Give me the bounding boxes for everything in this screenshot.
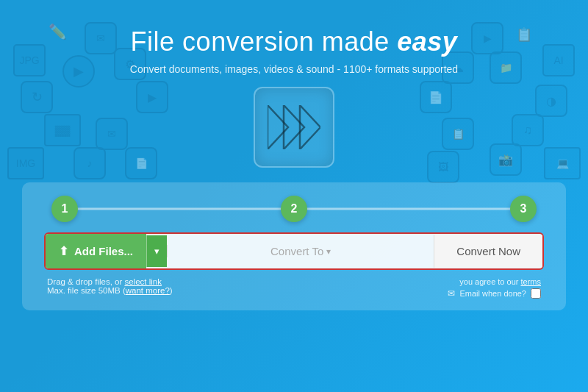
convert-to-chevron-icon: ▾ [326, 246, 331, 257]
conversion-panel: 1 2 3 ⬆ Add Files... ▾ Convert To ▾ Conv… [22, 182, 566, 310]
drag-text: Drag & drop files, or [47, 277, 124, 286]
email-checkbox-row: ✉ Email when done? [448, 288, 541, 299]
step-1-circle: 1 [51, 196, 78, 222]
add-files-label: Add Files... [74, 245, 133, 257]
convert-to-wrapper[interactable]: Convert To ▾ [167, 245, 434, 257]
email-checkbox[interactable] [531, 288, 541, 299]
footer-area: Drag & drop files, or select link Max. f… [44, 277, 544, 299]
terms-link[interactable]: terms [521, 277, 542, 286]
step-2-circle: 2 [281, 196, 307, 222]
want-more-link[interactable]: want more? [126, 286, 170, 295]
upload-icon: ⬆ [59, 244, 68, 258]
email-icon: ✉ [448, 288, 455, 299]
max-size-close: ) [170, 286, 173, 295]
fast-forward-icon [268, 105, 320, 149]
action-row: ⬆ Add Files... ▾ Convert To ▾ Convert No… [44, 232, 544, 270]
footer-right: you agree to our terms ✉ Email when done… [448, 277, 541, 299]
email-when-done-label: Email when done? [459, 289, 526, 298]
convert-now-label: Convert Now [456, 245, 520, 257]
add-files-dropdown-button[interactable]: ▾ [146, 235, 167, 267]
agree-text: you agree to our [459, 277, 520, 286]
select-link[interactable]: select link [124, 277, 162, 286]
add-files-arrow-icon: ▾ [154, 246, 159, 257]
hero-section: File conversion made easy Convert docume… [0, 0, 588, 168]
logo-icon-box [254, 87, 334, 168]
svg-marker-0 [268, 105, 288, 149]
footer-left: Drag & drop files, or select link Max. f… [47, 277, 173, 299]
step-3-circle: 3 [510, 196, 537, 222]
convert-to-label: Convert To [270, 245, 323, 257]
svg-marker-1 [284, 105, 304, 149]
add-files-button[interactable]: ⬆ Add Files... [46, 234, 146, 268]
steps-row: 1 2 3 [44, 196, 544, 222]
max-size-text: Max. file size 50MB ( [47, 286, 126, 295]
hero-subtitle: Convert documents, images, videos & soun… [0, 63, 588, 75]
hero-title: File conversion made easy [0, 26, 588, 57]
convert-now-button[interactable]: Convert Now [434, 235, 542, 268]
svg-marker-2 [300, 105, 320, 149]
